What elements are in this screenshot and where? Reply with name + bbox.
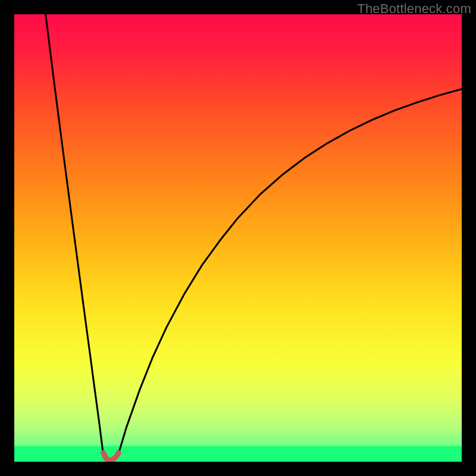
green-band bbox=[14, 446, 462, 462]
gradient-background bbox=[14, 14, 462, 462]
chart-frame bbox=[14, 14, 462, 462]
bottleneck-chart bbox=[14, 14, 462, 462]
watermark-text: TheBottleneck.com bbox=[357, 1, 471, 17]
